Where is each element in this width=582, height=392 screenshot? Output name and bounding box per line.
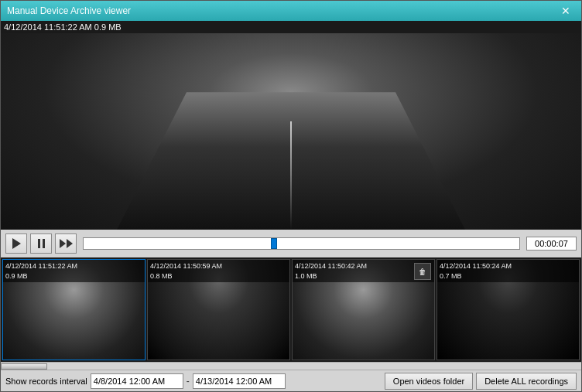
date-separator: - (187, 376, 190, 387)
thumbnails-bar: 4/12/2014 11:51:22 AM 0.9 MB 4/12/2014 1… (1, 257, 581, 362)
play-button[interactable] (5, 233, 27, 254)
thumb-info-0: 4/12/2014 11:51:22 AM 0.9 MB (3, 260, 145, 282)
thumb-date-1: 4/12/2014 11:50:59 AM (150, 261, 287, 271)
date-from-input[interactable] (91, 373, 183, 389)
thumb-size-1: 0.8 MB (150, 271, 287, 281)
close-button[interactable]: ✕ (556, 4, 575, 18)
main-window: Manual Device Archive viewer ✕ 4/12/2014… (0, 0, 582, 392)
open-videos-folder-button[interactable]: Open videos folder (385, 373, 473, 390)
thumbnail-0[interactable]: 4/12/2014 11:51:22 AM 0.9 MB (2, 259, 146, 360)
pause-icon (38, 239, 45, 248)
thumb-info-1: 4/12/2014 11:50:59 AM 0.8 MB (148, 260, 289, 282)
thumb-info-3: 4/12/2014 11:50:24 AM 0.7 MB (437, 260, 579, 282)
pause-button[interactable] (30, 233, 52, 254)
show-records-label: Show records interval (5, 377, 87, 386)
controls-bar: 00:00:07 (1, 230, 581, 257)
thumb-size-3: 0.7 MB (440, 271, 577, 281)
date-to-input[interactable] (193, 373, 286, 389)
fastforward-icon (60, 239, 73, 248)
time-display: 00:00:07 (526, 237, 577, 251)
video-frame (1, 33, 581, 230)
thumbnail-1[interactable]: 4/12/2014 11:50:59 AM 0.8 MB (147, 259, 290, 360)
thumbnail-3[interactable]: 4/12/2014 11:50:24 AM 0.7 MB (436, 259, 580, 360)
play-icon (12, 238, 21, 249)
window-title: Manual Device Archive viewer (7, 5, 131, 16)
video-player (1, 33, 581, 230)
scrollbar-area (1, 362, 581, 370)
video-scene (1, 33, 581, 230)
scrollbar-thumb[interactable] (1, 363, 47, 370)
thumb-size-2: 1.0 MB (295, 271, 432, 281)
progress-bar[interactable] (83, 237, 520, 250)
video-info: 4/12/2014 11:51:22 AM 0.9 MB (1, 21, 581, 33)
titlebar: Manual Device Archive viewer ✕ (1, 1, 581, 21)
thumb-date-2: 4/12/2014 11:50:42 AM (295, 261, 432, 271)
thumbnail-2[interactable]: 4/12/2014 11:50:42 AM 1.0 MB 🗑 (292, 259, 435, 360)
progress-thumb[interactable] (271, 238, 277, 249)
trash-icon: 🗑 (419, 268, 426, 276)
fastforward-button[interactable] (55, 233, 77, 254)
thumb-date-3: 4/12/2014 11:50:24 AM (440, 261, 577, 271)
bottom-bar: Show records interval - Open videos fold… (1, 370, 581, 391)
thumb-size-0: 0.9 MB (5, 271, 142, 281)
thumb-delete-button-2[interactable]: 🗑 (414, 263, 431, 280)
thumb-info-2: 4/12/2014 11:50:42 AM 1.0 MB (293, 260, 434, 282)
main-content: 4/12/2014 11:51:22 AM 0.9 MB (1, 21, 581, 391)
thumb-date-0: 4/12/2014 11:51:22 AM (5, 261, 142, 271)
scrollbar-track[interactable] (1, 363, 581, 370)
delete-all-recordings-button[interactable]: Delete ALL recordings (476, 373, 577, 390)
